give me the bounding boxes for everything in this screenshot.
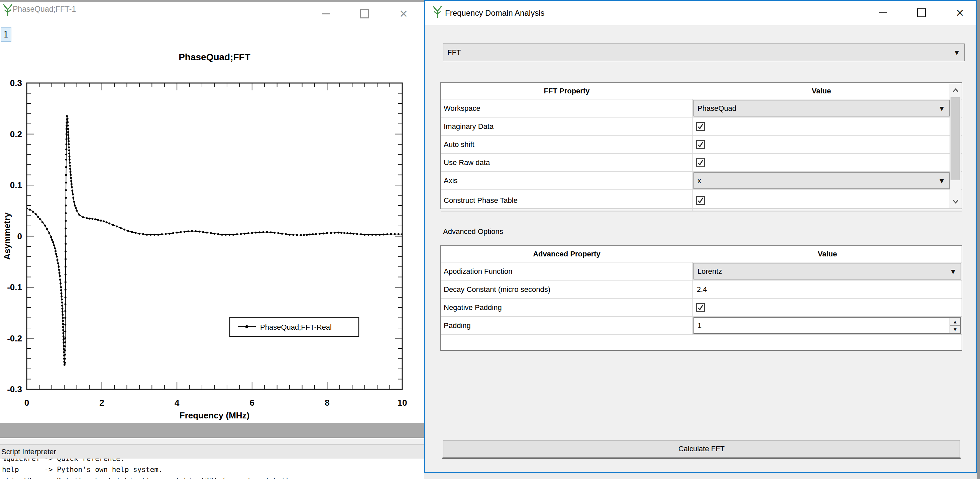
desktop-area: [424, 473, 977, 479]
imaginary-data-label: Imaginary Data: [441, 118, 693, 135]
check-icon: [697, 159, 704, 166]
script-interpreter-title: Script Interpreter: [2, 447, 56, 456]
use-raw-data-label: Use Raw data: [441, 154, 693, 171]
maximize-icon: [917, 8, 926, 17]
svg-text:0: 0: [18, 231, 22, 241]
maximize-icon: [360, 9, 369, 18]
svg-text:6: 6: [250, 398, 255, 408]
analysis-method-dropdown[interactable]: FFT ▼: [443, 43, 965, 61]
use-raw-data-checkbox[interactable]: [696, 158, 705, 167]
plot-window: PhaseQuad;FFT-1 × 1 PhaseQuad;FFTFrequen…: [0, 0, 424, 423]
negative-padding-checkbox[interactable]: [696, 303, 705, 312]
table-row: Use Raw data: [441, 154, 962, 172]
axis-dropdown[interactable]: x▼: [694, 172, 950, 189]
apodization-function-value-cell: Lorentz▼: [693, 262, 962, 280]
svg-text:2: 2: [99, 398, 104, 408]
close-icon: ×: [956, 6, 964, 19]
decay-constant-micro-seconds-label: Decay Constant (micro seconds): [441, 281, 693, 298]
fft-plot[interactable]: PhaseQuad;FFTFrequency (MHz)Asymmetry024…: [0, 26, 424, 423]
maximize-button[interactable]: [912, 4, 932, 21]
script-interpreter-titlebar[interactable]: Script Interpreter: [0, 444, 424, 459]
advanced-property-table: Advanced PropertyValueApodization Functi…: [440, 245, 962, 351]
decay-constant-micro-seconds-value: 2.4: [697, 285, 707, 294]
svg-text:10: 10: [398, 398, 407, 408]
close-button[interactable]: ×: [950, 4, 970, 21]
workspace-dropdown[interactable]: PhaseQuad▼: [694, 100, 950, 117]
padding-spinbox[interactable]: 1▲▼: [694, 317, 961, 334]
svg-text:0: 0: [24, 398, 29, 408]
chevron-down-icon: ▼: [951, 268, 955, 275]
console-text: %quickref -> Quick reference. help -> Py…: [0, 458, 424, 479]
imaginary-data-checkbox[interactable]: [696, 122, 705, 131]
construct-phase-table-label: Construct Phase Table: [441, 190, 693, 211]
apodization-function-label: Apodization Function: [441, 262, 693, 280]
construct-phase-table-checkbox[interactable]: [696, 196, 705, 205]
window-bottom-bar: [0, 423, 424, 438]
dialog-titlebar[interactable]: Frequency Domain Analysis ×: [425, 1, 976, 25]
fft-property-table: FFT PropertyValueWorkspacePhaseQuad▼Imag…: [440, 82, 962, 209]
svg-text:Asymmetry: Asymmetry: [2, 212, 12, 260]
check-icon: [697, 197, 704, 204]
mantid-icon: [432, 6, 442, 18]
table-row: Apodization FunctionLorentz▼: [441, 262, 962, 281]
axis-value-cell: x▼: [693, 172, 950, 190]
calculate-fft-button[interactable]: Calculate FFT: [443, 440, 960, 458]
frequency-domain-analysis-dialog: Frequency Domain Analysis × FFT ▼ FFT Pr…: [424, 0, 977, 473]
auto-shift-label: Auto shift: [441, 136, 693, 153]
minimize-button[interactable]: [873, 4, 893, 21]
svg-text:0.1: 0.1: [10, 180, 22, 190]
check-icon: [697, 141, 704, 148]
scrollbar-thumb[interactable]: [951, 97, 960, 180]
dock-separator: [0, 438, 424, 445]
plot-window-titlebar[interactable]: PhaseQuad;FFT-1 ×: [0, 2, 424, 26]
scroll-up-button[interactable]: [950, 84, 961, 96]
table-row: WorkspacePhaseQuad▼: [441, 99, 962, 118]
check-icon: [697, 304, 704, 311]
apodization-function-value: Lorentz: [697, 267, 722, 276]
chevron-down-icon: [952, 200, 959, 204]
negative-padding-value-cell: [693, 299, 962, 316]
chevron-down-icon: ▼: [940, 177, 944, 184]
decay-constant-micro-seconds-value-cell: 2.4: [693, 281, 962, 298]
property-column-header: Advanced Property: [441, 246, 693, 262]
workspace-value-cell: PhaseQuad▼: [693, 99, 950, 117]
spin-up-button[interactable]: ▲: [950, 318, 960, 326]
legend: PhaseQuad;FFT-Real: [230, 317, 359, 337]
plot-window-title: PhaseQuad;FFT-1: [13, 5, 76, 14]
apodization-function-dropdown[interactable]: Lorentz▼: [694, 263, 961, 279]
axis-label: Axis: [441, 172, 693, 190]
table-row: Auto shift: [441, 136, 962, 154]
close-button[interactable]: ×: [393, 5, 414, 22]
script-interpreter-console[interactable]: %quickref -> Quick reference. help -> Py…: [0, 458, 424, 479]
advanced-options-label: Advanced Options: [443, 227, 503, 236]
table-row: Padding1▲▼: [441, 317, 962, 335]
mantid-icon: [3, 4, 13, 16]
workspace-label: Workspace: [441, 99, 693, 117]
padding-label: Padding: [441, 317, 693, 334]
table-row: Imaginary Data: [441, 118, 962, 136]
minimize-icon: [879, 13, 887, 13]
use-raw-data-value-cell: [693, 154, 950, 171]
table-scrollbar[interactable]: [950, 84, 961, 208]
button-shadow: [442, 458, 961, 459]
auto-shift-checkbox[interactable]: [696, 140, 705, 149]
background-window-edge: [977, 0, 980, 479]
workspace-value: PhaseQuad: [697, 104, 736, 113]
spin-down-button[interactable]: ▼: [950, 326, 960, 333]
dialog-title: Frequency Domain Analysis: [445, 8, 544, 18]
empty-table-space: [441, 335, 962, 353]
svg-text:-0.1: -0.1: [7, 282, 22, 292]
table-row: Negative Padding: [441, 299, 962, 317]
property-column-header: FFT Property: [441, 83, 693, 99]
maximize-button[interactable]: [355, 5, 374, 22]
svg-text:0.3: 0.3: [10, 78, 22, 88]
value-column-header: Value: [693, 246, 962, 262]
minimize-button[interactable]: [316, 5, 336, 22]
minimize-icon: [322, 13, 330, 14]
scroll-down-button[interactable]: [950, 195, 961, 208]
table-row: Axisx▼: [441, 172, 962, 190]
table-row: Construct Phase Table: [441, 190, 962, 212]
close-icon: ×: [399, 7, 408, 21]
padding-value-cell: 1▲▼: [693, 317, 962, 334]
svg-text:4: 4: [175, 398, 180, 408]
